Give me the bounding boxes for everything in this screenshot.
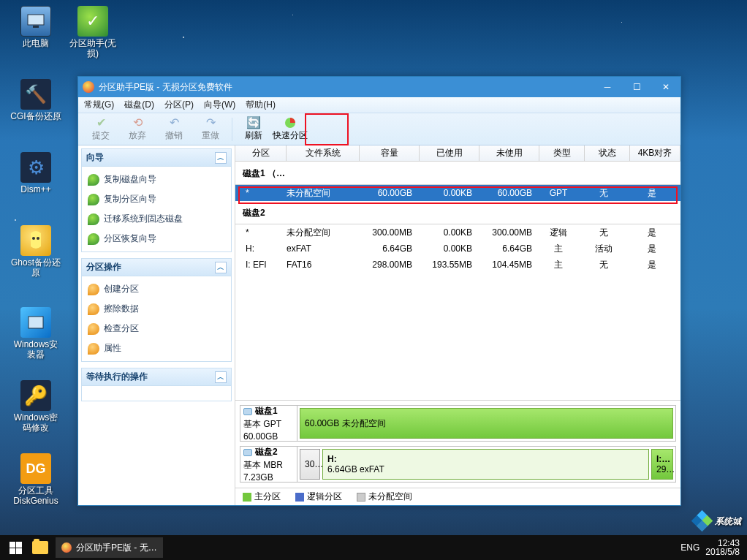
desktop-icon-label: Windows安装器 — [10, 339, 61, 360]
table-row[interactable]: * 未分配空间 60.00GB 0.00KB 60.00GB GPT 无 是 — [235, 185, 680, 201]
toolbar-refresh[interactable]: 🔄刷新 — [235, 116, 272, 143]
panel-pending-header[interactable]: 等待执行的操作︿ — [82, 368, 231, 386]
wizard-copy-disk[interactable]: 复制磁盘向导 — [83, 170, 230, 189]
panel-ops: 分区操作︿ 创建分区 擦除数据 检查分区 属性 — [81, 258, 232, 362]
taskbar: 分区助手PE版 - 无… ENG 12:432018/5/8 — [0, 535, 747, 560]
wizard-migrate-ssd[interactable]: 迁移系统到固态磁盘 — [83, 209, 230, 229]
desktop-icon-cgi[interactable]: 🔨CGI备份还原 — [10, 79, 61, 121]
shield-icon — [88, 284, 99, 295]
taskbar-file-explorer[interactable] — [28, 535, 53, 560]
close-button[interactable]: ✕ — [651, 77, 680, 97]
start-button[interactable] — [3, 535, 28, 560]
disk-visual-row[interactable]: 磁盘2 基本 MBR 7.23GB 30… H:6.64GB exFAT I:…… — [240, 446, 676, 483]
toolbar: ✔提交 ⟲放弃 ↶撤销 ↷重做 🔄刷新 快速分区 — [78, 113, 680, 145]
discard-icon: ⟲ — [133, 117, 143, 129]
op-properties[interactable]: 属性 — [83, 338, 230, 358]
col-capacity[interactable]: 容量 — [360, 145, 420, 161]
taskbar-task[interactable]: 分区助手PE版 - 无… — [56, 537, 163, 558]
shield-icon — [88, 213, 99, 225]
sidebar: 向导︿ 复制磁盘向导 复制分区向导 迁移系统到固态磁盘 分区恢复向导 分区操作︿… — [78, 145, 235, 505]
legend-logical: 逻辑分区 — [295, 491, 342, 503]
col-used[interactable]: 已使用 — [420, 145, 479, 161]
minimize-button[interactable]: ─ — [593, 77, 622, 97]
desktop-icon-this-pc[interactable]: 此电脑 — [10, 6, 61, 48]
menu-help[interactable]: 帮助(H) — [246, 99, 276, 111]
partition-block-h[interactable]: H:6.64GB exFAT — [322, 449, 649, 480]
op-wipe-data[interactable]: 擦除数据 — [83, 299, 230, 319]
grid-body: 磁盘1 （… * 未分配空间 60.00GB 0.00KB 60.00GB GP… — [235, 162, 680, 400]
redo-icon: ↷ — [206, 117, 216, 129]
table-row[interactable]: H:exFAT6.64GB0.00KB6.64GB主活动是 — [235, 241, 680, 257]
wizard-copy-partition[interactable]: 复制分区向导 — [83, 189, 230, 209]
toolbar-quick-partition[interactable]: 快速分区 — [272, 116, 308, 143]
disk-icon — [243, 449, 252, 456]
titlebar[interactable]: 分区助手PE版 - 无损分区免费软件 ─ ☐ ✕ — [78, 77, 680, 97]
tray: ENG 12:432018/5/8 — [680, 539, 744, 556]
check-icon: ✔ — [96, 117, 106, 129]
app-icon — [61, 542, 72, 553]
disk-visual: 磁盘1 基本 GPT 60.00GB 60.00GB 未分配空间 磁盘2 基本 … — [235, 400, 680, 488]
watermark: 系统城 — [693, 512, 741, 531]
menu-disk[interactable]: 磁盘(D) — [124, 99, 154, 111]
grid-header: 分区 文件系统 容量 已使用 未使用 类型 状态 4KB对齐 — [235, 145, 680, 162]
shield-icon — [88, 323, 99, 335]
disk-visual-label: 磁盘2 基本 MBR 7.23GB — [240, 447, 297, 482]
desktop-icon-label: Ghost备份还原 — [10, 257, 61, 278]
legend: 主分区 逻辑分区 未分配空间 — [235, 488, 680, 505]
disk-icon — [243, 408, 252, 415]
col-type[interactable]: 类型 — [539, 145, 585, 161]
panel-pending: 等待执行的操作︿ — [81, 368, 232, 401]
svg-point-3 — [37, 237, 39, 240]
tray-clock[interactable]: 12:432018/5/8 — [705, 539, 740, 556]
disk2-header[interactable]: 磁盘2 — [235, 201, 680, 224]
table-row[interactable]: I: EFIFAT16298.00MB193.55MB104.45MB主无是 — [235, 257, 680, 273]
windows-icon — [10, 542, 22, 554]
collapse-icon[interactable]: ︿ — [215, 262, 227, 273]
svg-rect-1 — [33, 26, 39, 28]
quick-partition-icon — [284, 117, 297, 129]
col-align[interactable]: 4KB对齐 — [630, 145, 680, 161]
desktop-icon-winsetup[interactable]: Windows安装器 — [10, 307, 61, 360]
toolbar-redo: ↷重做 — [192, 116, 229, 143]
tray-lang[interactable]: ENG — [680, 542, 699, 553]
desktop-icon-diskgenius[interactable]: DG分区工具DiskGenius — [10, 453, 61, 506]
collapse-icon[interactable]: ︿ — [215, 152, 227, 164]
svg-rect-0 — [28, 15, 44, 25]
partition-block-i[interactable]: I:…29… — [651, 449, 673, 480]
disk-visual-row[interactable]: 磁盘1 基本 GPT 60.00GB 60.00GB 未分配空间 — [240, 405, 676, 442]
partition-block-unallocated[interactable]: 60.00GB 未分配空间 — [300, 408, 673, 439]
legend-unalloc: 未分配空间 — [357, 491, 412, 503]
collapse-icon[interactable]: ︿ — [215, 371, 227, 383]
wizard-recover-partition[interactable]: 分区恢复向导 — [83, 229, 230, 249]
menu-general[interactable]: 常规(G) — [84, 99, 114, 111]
desktop-icon-label: Dism++ — [10, 184, 61, 194]
op-check-partition[interactable]: 检查分区 — [83, 319, 230, 338]
table-row[interactable]: *未分配空间300.00MB0.00KB300.00MB逻辑无是 — [235, 224, 680, 241]
partition-block[interactable]: 30… — [300, 449, 320, 480]
panel-wizard: 向导︿ 复制磁盘向导 复制分区向导 迁移系统到固态磁盘 分区恢复向导 — [81, 148, 232, 252]
col-free[interactable]: 未使用 — [479, 145, 539, 161]
desktop-icon-ghost[interactable]: Ghost备份还原 — [10, 225, 61, 278]
desktop-icon-label: 此电脑 — [10, 38, 61, 48]
main-panel: 分区 文件系统 容量 已使用 未使用 类型 状态 4KB对齐 磁盘1 （… * … — [235, 145, 680, 505]
disk1-header[interactable]: 磁盘1 （… — [235, 162, 680, 185]
toolbar-commit: ✔提交 — [83, 116, 119, 143]
panel-wizard-header[interactable]: 向导︿ — [82, 149, 231, 167]
desktop-icon-password[interactable]: 🔑Windows密码修改 — [10, 380, 61, 433]
shield-icon — [88, 174, 99, 186]
desktop-icon-dism[interactable]: ⚙Dism++ — [10, 152, 61, 194]
shield-icon — [88, 194, 99, 205]
panel-ops-header[interactable]: 分区操作︿ — [82, 259, 231, 276]
shield-icon — [88, 343, 99, 355]
col-filesystem[interactable]: 文件系统 — [287, 145, 360, 161]
legend-primary: 主分区 — [243, 491, 281, 503]
maximize-button[interactable]: ☐ — [622, 77, 651, 97]
menu-wizard[interactable]: 向导(W) — [204, 99, 235, 111]
desktop-icon-label: Windows密码修改 — [10, 412, 61, 433]
col-partition[interactable]: 分区 — [235, 145, 287, 161]
app-window: 分区助手PE版 - 无损分区免费软件 ─ ☐ ✕ 常规(G) 磁盘(D) 分区(… — [77, 76, 681, 506]
menu-partition[interactable]: 分区(P) — [164, 99, 194, 111]
op-create-partition[interactable]: 创建分区 — [83, 279, 230, 299]
desktop-icon-partition-assistant[interactable]: ✓分区助手(无损) — [67, 6, 118, 58]
col-state[interactable]: 状态 — [585, 145, 630, 161]
